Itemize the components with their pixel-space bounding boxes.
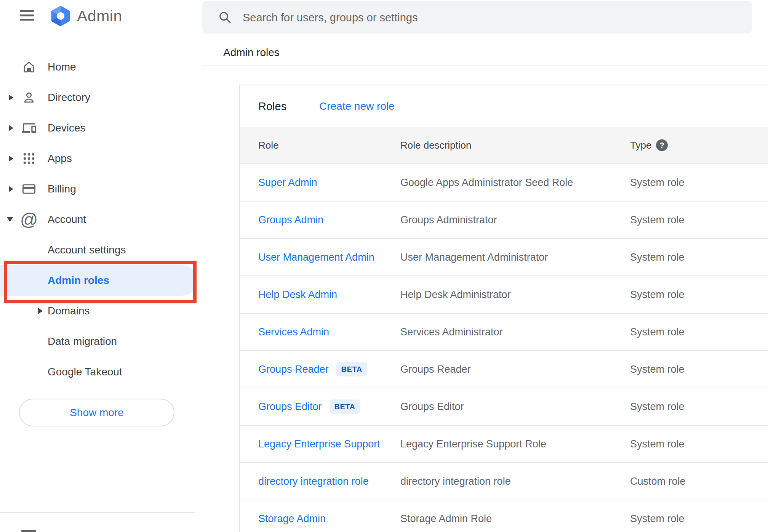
beta-badge: BETA: [330, 400, 360, 414]
panel-title: Roles: [258, 100, 286, 112]
role-type-cell: System role: [630, 513, 685, 525]
sidebar-item-google-takeout[interactable]: Google Takeout: [0, 357, 199, 387]
table-row: Help Desk Admin Help Desk Administrator …: [240, 276, 768, 314]
card-icon: [22, 182, 36, 196]
role-description-cell: Storage Admin Role: [400, 513, 492, 525]
sidebar-item-account[interactable]: @ Account: [0, 204, 199, 235]
sidebar-item-domains[interactable]: Domains: [0, 296, 199, 326]
sidebar-item-devices[interactable]: Devices: [0, 113, 199, 143]
sidebar-item-label: Google Takeout: [48, 366, 122, 378]
role-link[interactable]: Groups Editor: [258, 401, 322, 413]
sidebar-item-home[interactable]: Home: [0, 52, 199, 82]
role-link[interactable]: Super Admin: [258, 177, 317, 189]
role-type-cell: System role: [630, 326, 685, 338]
role-type-cell: System role: [630, 401, 685, 413]
roles-panel: Roles Create new role Role Role descript…: [239, 85, 768, 532]
home-icon: [22, 60, 36, 74]
table-row: User Management Admin User Management Ad…: [240, 239, 768, 276]
menu-hamburger-icon[interactable]: [20, 10, 34, 21]
sidebar-item-label: Admin roles: [48, 274, 109, 287]
search-icon: [218, 10, 232, 24]
role-description-cell: Legacy Enterprise Support Role: [400, 438, 546, 450]
sidebar-bottom-divider: [0, 512, 195, 513]
role-type-cell: System role: [630, 252, 685, 263]
chevron-right-icon: [9, 95, 13, 101]
role-cell: Groups Admin: [258, 214, 323, 226]
sidebar-item-billing[interactable]: Billing: [0, 174, 199, 204]
role-type-cell: System role: [630, 214, 685, 226]
help-icon[interactable]: ?: [656, 139, 668, 151]
role-type-cell: Custom role: [630, 476, 686, 487]
role-link[interactable]: Services Admin: [258, 326, 329, 338]
table-row: directory integration role directory int…: [240, 463, 768, 500]
search-input[interactable]: [242, 1, 739, 34]
create-new-role-link[interactable]: Create new role: [319, 100, 395, 112]
roles-panel-header: Roles Create new role: [240, 85, 768, 127]
breadcrumb: Admin roles: [223, 46, 280, 59]
role-description-cell: Groups Reader: [400, 364, 471, 375]
table-row: Super Admin Google Apps Administrator Se…: [240, 164, 768, 202]
sidebar-item-label: Apps: [48, 152, 72, 165]
role-description-cell: User Management Administrator: [400, 252, 548, 263]
table-row: Legacy Enterprise Support Legacy Enterpr…: [240, 426, 768, 463]
role-cell: directory integration role: [258, 476, 369, 487]
role-link[interactable]: Legacy Enterprise Support: [258, 438, 380, 450]
table-header-row: Role Role description Type ?: [240, 127, 768, 164]
role-description-cell: Services Administrator: [400, 326, 503, 338]
role-type-cell: System role: [630, 438, 685, 450]
role-link[interactable]: Groups Admin: [258, 214, 323, 226]
sidebar-item-label: Data migration: [48, 335, 117, 348]
sidebar-item-admin-roles[interactable]: Admin roles: [0, 265, 197, 296]
table-row: Groups Admin Groups Administrator System…: [240, 202, 768, 239]
beta-badge: BETA: [336, 362, 367, 377]
header-divider: [202, 66, 768, 66]
role-link[interactable]: Groups Reader: [258, 364, 329, 375]
chevron-right-icon: [38, 308, 43, 314]
role-description-cell: Groups Editor: [400, 401, 464, 413]
search-bar[interactable]: [202, 1, 752, 34]
sidebar-item-label: Directory: [48, 91, 90, 104]
table-row: Services Admin Services Administrator Sy…: [240, 314, 768, 351]
admin-logo-icon: [49, 5, 72, 27]
person-icon: [22, 90, 36, 105]
table-row: Groups Reader BETA Groups Reader System …: [240, 351, 768, 388]
table-row: Groups Editor BETA Groups Editor System …: [240, 388, 768, 426]
clipped-sidebar-icon: [21, 530, 36, 532]
sidebar-item-label: Devices: [48, 122, 86, 134]
role-type-cell: System role: [630, 364, 685, 375]
sidebar-item-label: Account: [48, 213, 86, 226]
column-header-role: Role: [258, 139, 278, 151]
chevron-right-icon: [9, 125, 13, 131]
role-cell: Help Desk Admin: [258, 289, 337, 301]
sidebar-item-account-settings[interactable]: Account settings: [0, 235, 199, 265]
role-cell: Services Admin: [258, 326, 329, 338]
column-header-role-description: Role description: [400, 139, 471, 151]
devices-icon: [22, 121, 36, 135]
sidebar-item-label: Billing: [48, 183, 76, 195]
sidebar-item-label: Domains: [48, 305, 90, 317]
sidebar-item-label: Account settings: [48, 244, 126, 256]
sidebar-item-label: Home: [48, 61, 76, 73]
role-description-cell: Help Desk Administrator: [400, 289, 511, 301]
role-type-cell: System role: [630, 177, 685, 189]
role-cell: Groups Reader BETA: [258, 362, 367, 377]
role-link[interactable]: directory integration role: [258, 476, 369, 487]
role-cell: Groups Editor BETA: [258, 400, 360, 414]
chevron-right-icon: [9, 186, 13, 192]
sidebar-nav: Home Directory Devices Apps Billing @ Ac…: [0, 52, 199, 387]
role-link[interactable]: Storage Admin: [258, 513, 326, 525]
role-cell: Super Admin: [258, 177, 317, 189]
sidebar-item-data-migration[interactable]: Data migration: [0, 326, 199, 357]
app-title: Admin: [77, 7, 122, 25]
show-more-button[interactable]: Show more: [19, 399, 174, 426]
sidebar-item-apps[interactable]: Apps: [0, 143, 199, 174]
table-row: Storage Admin Storage Admin Role System …: [240, 500, 768, 532]
role-description-cell: Groups Administrator: [400, 214, 497, 226]
sidebar-item-directory[interactable]: Directory: [0, 82, 199, 113]
chevron-down-icon: [7, 217, 13, 222]
roles-table-body: Super Admin Google Apps Administrator Se…: [240, 164, 768, 532]
role-cell: Storage Admin: [258, 513, 326, 525]
role-link[interactable]: User Management Admin: [258, 252, 374, 263]
role-link[interactable]: Help Desk Admin: [258, 289, 337, 301]
google-admin-console: { "app": { "name": "Admin" }, "search": …: [0, 0, 768, 532]
